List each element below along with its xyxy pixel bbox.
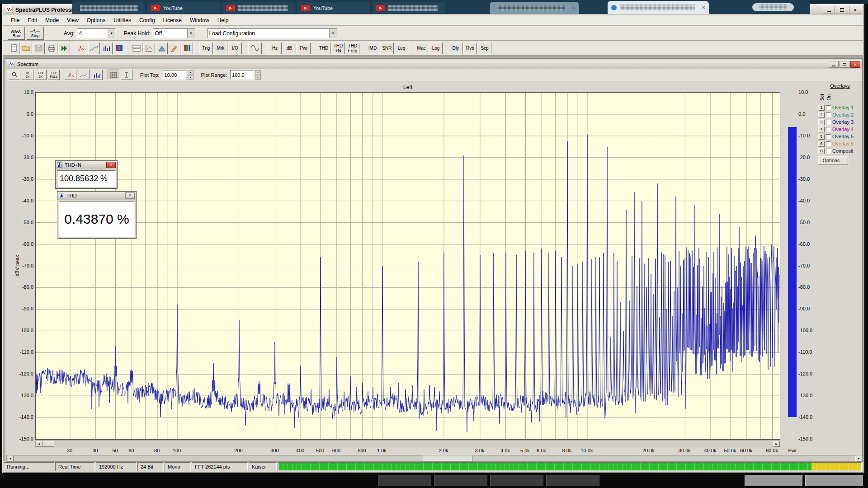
menu-license[interactable]: License — [159, 16, 186, 25]
sine-wave-button[interactable] — [248, 42, 262, 54]
trig-button[interactable]: Trig — [199, 42, 213, 54]
plot-top-up-icon[interactable]: ▲ — [188, 70, 193, 75]
spectrum-title-bar[interactable]: Spectrum × — [6, 60, 862, 69]
marker-pen-button[interactable] — [169, 42, 180, 54]
load-configuration-arrow-icon[interactable]: ▼ — [329, 29, 337, 38]
window-horizontal-scrollbar[interactable]: ◄ ► — [6, 455, 863, 462]
overlay-on-checkbox[interactable] — [826, 149, 831, 154]
thdn-close-button[interactable]: × — [106, 162, 116, 168]
menu-options[interactable]: Options — [83, 16, 109, 25]
taskbar-window-button[interactable] — [805, 475, 863, 486]
taskbar-window-button[interactable] — [546, 475, 599, 486]
menu-edit[interactable]: Edit — [24, 16, 41, 25]
tab-close-icon[interactable]: × — [571, 5, 575, 11]
rvb-button[interactable]: Rvb — [463, 42, 477, 54]
scroll-left-icon[interactable]: ◄ — [36, 441, 42, 447]
menu-mode[interactable]: Mode — [41, 16, 63, 25]
dual-display-button[interactable] — [131, 42, 142, 54]
open-file-button[interactable] — [20, 42, 32, 54]
smooth-curve-button[interactable] — [78, 70, 90, 80]
scp-button[interactable]: Scp — [478, 42, 491, 54]
save-file-button[interactable] — [33, 42, 45, 54]
spectrum-close-button[interactable]: × — [850, 61, 860, 68]
overlay-on-checkbox[interactable] — [826, 141, 831, 146]
snr-button[interactable]: SNR — [380, 42, 394, 54]
browser-tab[interactable]: × — [608, 1, 709, 14]
stop-button[interactable]: Stop — [27, 27, 44, 40]
overlay-on-checkbox[interactable] — [826, 105, 831, 110]
leq-button[interactable]: Leq — [395, 42, 408, 54]
thd-button[interactable]: THD — [317, 42, 330, 54]
scroll-right-icon[interactable]: ► — [773, 441, 780, 447]
hz-button[interactable]: Hz — [268, 42, 282, 54]
overlay-set-4-button[interactable]: 4 — [818, 127, 825, 132]
plot-range-up-icon[interactable]: ▲ — [255, 70, 261, 75]
plot-top-spinner[interactable]: ▲▼ — [188, 70, 193, 80]
taskbar-window-button[interactable] — [745, 475, 802, 486]
spectrum-plot-button[interactable] — [101, 42, 113, 54]
menu-config[interactable]: Config — [135, 16, 159, 25]
app-maximize-button[interactable] — [836, 6, 848, 14]
window-scroll-thumb[interactable] — [423, 455, 472, 461]
new-file-button[interactable] — [8, 42, 19, 54]
plot-range-input[interactable] — [230, 70, 254, 80]
browser-tab[interactable] — [752, 3, 794, 11]
pwr-button[interactable]: Pwr — [297, 42, 311, 54]
taskbar-window-button[interactable] — [378, 475, 431, 486]
plot-scroll-thumb[interactable] — [42, 441, 54, 447]
overlay-on-checkbox[interactable] — [826, 134, 831, 139]
peak-hold-plot-button[interactable] — [75, 42, 87, 54]
browser-tab[interactable]: × — [490, 2, 579, 14]
peak-hold-dropdown-arrow-icon[interactable]: ▼ — [187, 29, 195, 38]
spectrum-minimize-button[interactable] — [829, 61, 839, 68]
browser-tab[interactable]: ▶ — [222, 2, 295, 14]
overlay-on-checkbox[interactable] — [826, 120, 831, 125]
app-minimize-button[interactable] — [823, 6, 835, 14]
avg-dropdown[interactable]: 4 ▼ — [77, 28, 116, 38]
print-button[interactable] — [46, 42, 57, 54]
thd-title-bar[interactable]: THD × — [57, 192, 136, 200]
peak-hold-dropdown[interactable]: Off ▼ — [153, 28, 195, 38]
3d-surface-plot-button[interactable] — [156, 42, 168, 54]
peak-curve-button[interactable] — [65, 70, 76, 80]
db-button[interactable]: dB — [283, 42, 296, 54]
avg-dropdown-arrow-icon[interactable]: ▼ — [108, 29, 115, 38]
zoom-in-2x-button[interactable]: In 2X — [22, 70, 33, 80]
spectrum-maximize-button[interactable] — [840, 61, 849, 68]
thd-meter-window[interactable]: THD × 0.43870 % — [57, 191, 137, 239]
taskbar-window-button[interactable] — [490, 475, 543, 486]
fast-forward-button[interactable] — [58, 42, 70, 54]
overlay-set-3-button[interactable]: 3 — [818, 119, 825, 125]
overlay-set-1-button[interactable]: 1 — [818, 105, 825, 111]
app-close-button[interactable]: × — [849, 6, 861, 14]
browser-tab[interactable]: ▶ — [373, 2, 445, 14]
taskbar-window-button[interactable] — [434, 475, 487, 486]
i-o-button[interactable]: I/O — [228, 42, 242, 54]
menu-file[interactable]: File — [7, 16, 24, 25]
dly-button[interactable]: Dly — [449, 42, 462, 54]
zoom-out-full-button[interactable]: Out FULL — [48, 70, 60, 80]
plot-horizontal-scrollbar[interactable]: ◄ ► — [35, 441, 780, 447]
spectrogram-plot-button[interactable] — [113, 42, 125, 54]
menu-view[interactable]: View — [63, 16, 83, 25]
tab-close-icon[interactable]: × — [702, 4, 705, 11]
log-button[interactable]: Log — [429, 42, 443, 54]
menu-window[interactable]: Window — [186, 16, 213, 25]
load-configuration-dropdown[interactable]: Load Configuration ▼ — [207, 28, 337, 38]
overlay-on-checkbox[interactable] — [826, 113, 831, 117]
cursor-readout-button[interactable] — [121, 70, 132, 80]
overlay-on-checkbox[interactable] — [826, 127, 831, 132]
thd-n-button[interactable]: THD +N — [331, 42, 345, 54]
plot-top-down-icon[interactable]: ▼ — [188, 75, 193, 80]
grid-toggle-button[interactable] — [108, 70, 119, 80]
thdn-title-bar[interactable]: THD+N × — [56, 161, 117, 169]
plot-top-input[interactable] — [163, 70, 186, 80]
phase-plot-button[interactable] — [143, 42, 155, 54]
mrk-button[interactable]: Mrk — [214, 42, 227, 54]
time-series-plot-button[interactable] — [88, 42, 100, 54]
zoom-cursor-button[interactable] — [9, 70, 20, 80]
overlay-set-6-button[interactable]: 6 — [818, 141, 825, 147]
browser-tab[interactable] — [73, 2, 145, 14]
plot-range-down-icon[interactable]: ▼ — [255, 75, 261, 80]
menu-help[interactable]: Help — [213, 16, 233, 25]
